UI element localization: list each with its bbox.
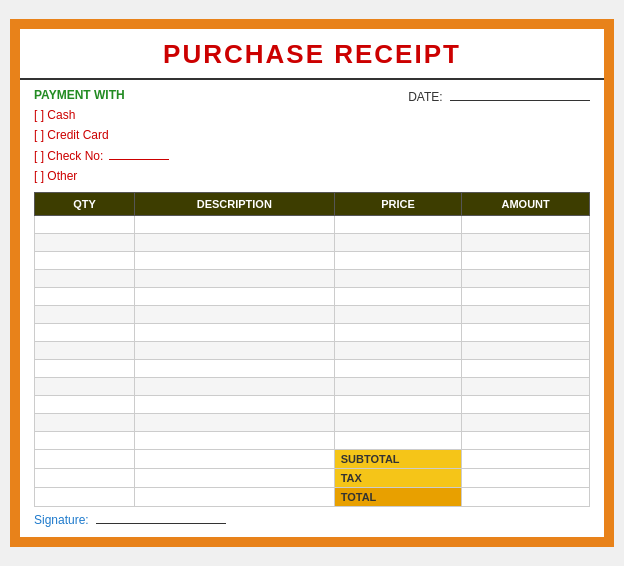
cell-price[interactable] <box>334 378 462 396</box>
cell-price[interactable] <box>334 234 462 252</box>
cell-amount[interactable] <box>462 324 590 342</box>
summary-empty-desc <box>134 488 334 507</box>
cell-qty[interactable] <box>35 414 135 432</box>
cell-amount[interactable] <box>462 432 590 450</box>
col-header-amount: AMOUNT <box>462 193 590 216</box>
summary-row-2: TOTAL <box>35 488 590 507</box>
cell-qty[interactable] <box>35 378 135 396</box>
bottom-section: Signature: <box>20 507 604 537</box>
table-row <box>35 234 590 252</box>
cell-amount[interactable] <box>462 378 590 396</box>
cell-desc[interactable] <box>134 378 334 396</box>
cell-price[interactable] <box>334 288 462 306</box>
col-header-qty: QTY <box>35 193 135 216</box>
cell-amount[interactable] <box>462 360 590 378</box>
cell-qty[interactable] <box>35 288 135 306</box>
cell-price[interactable] <box>334 270 462 288</box>
cell-qty[interactable] <box>35 342 135 360</box>
summary-empty-qty <box>35 450 135 469</box>
cell-desc[interactable] <box>134 360 334 378</box>
summary-value-cell[interactable] <box>462 450 590 469</box>
cell-price[interactable] <box>334 324 462 342</box>
col-header-description: DESCRIPTION <box>134 193 334 216</box>
table-row <box>35 342 590 360</box>
cell-desc[interactable] <box>134 414 334 432</box>
cell-amount[interactable] <box>462 216 590 234</box>
cell-desc[interactable] <box>134 396 334 414</box>
cell-desc[interactable] <box>134 432 334 450</box>
cell-qty[interactable] <box>35 396 135 414</box>
cell-qty[interactable] <box>35 234 135 252</box>
summary-empty-desc <box>134 450 334 469</box>
cell-desc[interactable] <box>134 324 334 342</box>
cell-qty[interactable] <box>35 324 135 342</box>
cell-desc[interactable] <box>134 342 334 360</box>
table-row <box>35 270 590 288</box>
summary-row-0: SUBTOTAL <box>35 450 590 469</box>
cell-qty[interactable] <box>35 306 135 324</box>
summary-row-1: TAX <box>35 469 590 488</box>
cell-price[interactable] <box>334 360 462 378</box>
cell-qty[interactable] <box>35 216 135 234</box>
cell-desc[interactable] <box>134 270 334 288</box>
payment-section: PAYMENT WITH [ ] Cash [ ] Credit Card [ … <box>20 80 604 193</box>
receipt-table: QTY DESCRIPTION PRICE AMOUNT <box>34 192 590 507</box>
cell-amount[interactable] <box>462 288 590 306</box>
cell-price[interactable] <box>334 252 462 270</box>
cell-price[interactable] <box>334 306 462 324</box>
table-row <box>35 432 590 450</box>
payment-check: [ ] Check No: <box>34 146 169 166</box>
cell-amount[interactable] <box>462 252 590 270</box>
cell-amount[interactable] <box>462 270 590 288</box>
table-row <box>35 252 590 270</box>
table-row <box>35 306 590 324</box>
cell-qty[interactable] <box>35 252 135 270</box>
cell-desc[interactable] <box>134 216 334 234</box>
summary-label-cell: TOTAL <box>334 488 462 507</box>
summary-label-cell: SUBTOTAL <box>334 450 462 469</box>
summary-value-cell[interactable] <box>462 488 590 507</box>
page-title: PURCHASE RECEIPT <box>163 39 461 69</box>
receipt-container: PURCHASE RECEIPT PAYMENT WITH [ ] Cash [… <box>20 29 604 538</box>
signature-area: Signature: <box>34 513 226 527</box>
cell-amount[interactable] <box>462 414 590 432</box>
cell-price[interactable] <box>334 432 462 450</box>
check-number-field[interactable] <box>109 159 169 160</box>
payment-left: PAYMENT WITH [ ] Cash [ ] Credit Card [ … <box>34 88 169 187</box>
table-row <box>35 414 590 432</box>
summary-empty-qty <box>35 469 135 488</box>
cell-desc[interactable] <box>134 252 334 270</box>
table-row <box>35 288 590 306</box>
date-label: DATE: <box>408 90 442 104</box>
date-area: DATE: <box>408 88 590 104</box>
cell-amount[interactable] <box>462 342 590 360</box>
summary-label-cell: TAX <box>334 469 462 488</box>
cell-desc[interactable] <box>134 234 334 252</box>
outer-border: PURCHASE RECEIPT PAYMENT WITH [ ] Cash [… <box>10 19 614 548</box>
summary-value-cell[interactable] <box>462 469 590 488</box>
cell-desc[interactable] <box>134 306 334 324</box>
col-header-price: PRICE <box>334 193 462 216</box>
payment-with-label: PAYMENT WITH <box>34 88 169 102</box>
cell-qty[interactable] <box>35 360 135 378</box>
cell-price[interactable] <box>334 342 462 360</box>
table-row <box>35 216 590 234</box>
cell-amount[interactable] <box>462 234 590 252</box>
cell-amount[interactable] <box>462 396 590 414</box>
signature-field[interactable] <box>96 523 226 524</box>
summary-empty-qty <box>35 488 135 507</box>
cell-qty[interactable] <box>35 432 135 450</box>
title-section: PURCHASE RECEIPT <box>20 29 604 80</box>
cell-price[interactable] <box>334 216 462 234</box>
cell-desc[interactable] <box>134 288 334 306</box>
cell-qty[interactable] <box>35 270 135 288</box>
payment-credit-card: [ ] Credit Card <box>34 125 169 145</box>
cell-price[interactable] <box>334 396 462 414</box>
table-row <box>35 324 590 342</box>
table-row <box>35 396 590 414</box>
cell-price[interactable] <box>334 414 462 432</box>
summary-empty-desc <box>134 469 334 488</box>
cell-amount[interactable] <box>462 306 590 324</box>
table-row <box>35 360 590 378</box>
date-field[interactable] <box>450 100 590 101</box>
